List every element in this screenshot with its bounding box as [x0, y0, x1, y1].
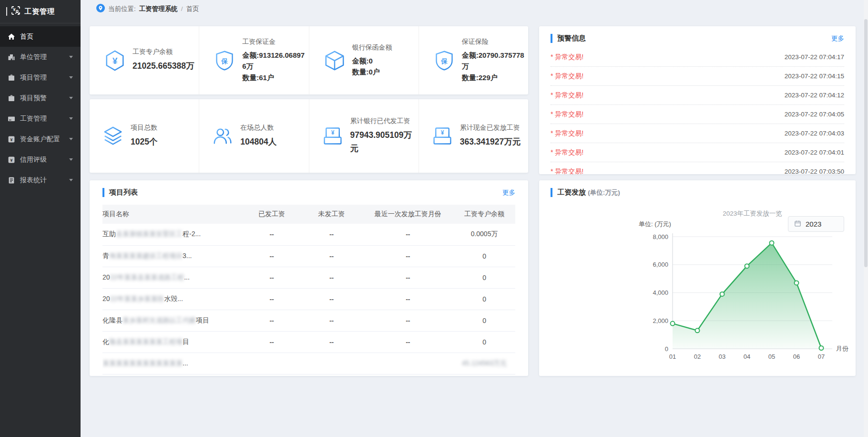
table-row: 互助县某某镇某某安置区工程-2...------0.0005万 — [102, 224, 515, 245]
app-logo[interactable]: ¥ 工资管理 — [0, 0, 81, 23]
table-cell: -- — [301, 224, 363, 245]
credit-card-icon — [8, 115, 15, 123]
table-cell: -- — [243, 288, 300, 310]
sidebar-item-home[interactable]: 首页 — [0, 26, 81, 47]
alert-item: * 异常交易!2023-07-22 07:04:03 — [551, 124, 844, 143]
table-row: 2022年某某乡某某段水毁...------0 — [102, 288, 515, 310]
briefcase-icon — [8, 94, 15, 102]
stat-card: 在场总人数104804人 — [199, 99, 308, 173]
alert-text-link[interactable]: * 异常交易! — [551, 148, 583, 157]
sidebar-item-unit-mgmt[interactable]: 单位管理 — [0, 47, 81, 67]
alert-text-link[interactable]: * 异常交易! — [551, 72, 583, 81]
table-row: 某某某某某某某某某某某某...45.124563万元 — [102, 353, 515, 374]
alert-text-link[interactable]: * 异常交易! — [551, 110, 583, 119]
alert-timestamp: 2023-07-22 07:04:12 — [785, 92, 844, 99]
stat-card-label: 工资保证金 — [242, 38, 308, 46]
y-tick-label: 6,000 — [653, 261, 668, 268]
stat-card-label: 累计银行已代发工资 — [350, 117, 419, 125]
table-cell: -- — [301, 310, 363, 331]
x-tick-label: 05 — [768, 353, 775, 360]
chart-point — [795, 281, 799, 285]
project-name-link[interactable]: 2022年某某乡某某段水毁... — [102, 288, 243, 310]
table-cell: -- — [363, 331, 454, 353]
redacted-text: 22年某某县某某道路工程 — [110, 273, 184, 281]
project-name-link[interactable]: 青海某某某某建设工程项目3... — [102, 245, 243, 267]
alert-timestamp: 2023-07-22 07:04:15 — [785, 73, 844, 80]
project-name-link[interactable]: 互助县某某镇某某安置区工程-2... — [102, 224, 243, 245]
vertical-scrollbar[interactable] — [864, 0, 868, 437]
logo-bar — [6, 7, 7, 16]
y-axis-name: 单位: (万元) — [639, 220, 671, 228]
sidebar-item-label: 工资管理 — [20, 114, 47, 123]
x-tick-label: 06 — [793, 353, 800, 360]
cube-icon — [324, 50, 346, 72]
balance-cell: 0 — [453, 288, 515, 310]
chart-box: 2023年工资发放一览单位: (万元)02,0004,0006,0008,000… — [632, 208, 851, 365]
chart-panel-subtitle: (单位:万元) — [588, 189, 620, 196]
chart-panel-title: 工资发放 (单位:万元) — [551, 188, 620, 197]
project-name-link[interactable]: 化隆县某某某某某某工程项目 — [102, 331, 243, 353]
column-header: 工资专户余额 — [453, 205, 515, 224]
alert-more-link[interactable]: 更多 — [831, 34, 844, 43]
project-name-link[interactable]: 化隆县某乡某村太道路以工代赈项目 — [102, 310, 243, 331]
stat-card-label: 保证保险 — [462, 38, 528, 46]
balance-cell: 45.124563万元 — [453, 353, 515, 374]
stat-card: 保保证保险金额:20790.375778万数量:229户 — [419, 26, 528, 94]
sidebar-item-project-mgmt[interactable]: 项目管理 — [0, 67, 81, 88]
chevron-down-icon — [69, 76, 73, 79]
yen-square-icon: ¥ — [8, 135, 15, 143]
alert-item: * 异常交易!2023-07-22 07:04:01 — [551, 143, 844, 162]
shield-bao-icon: 保 — [433, 50, 455, 72]
project-name-link[interactable]: 2022年某某县某某道路工程... — [102, 267, 243, 288]
alert-text-link[interactable]: * 异常交易! — [551, 129, 583, 138]
y-tick-label: 4,000 — [653, 289, 668, 296]
y-tick-label: 0 — [665, 345, 668, 353]
alert-item: * 异常交易!2023-07-22 07:04:12 — [551, 86, 844, 105]
alert-text-link[interactable]: * 异常交易! — [551, 167, 583, 175]
balance-cell: 0 — [453, 245, 515, 267]
sidebar-item-fund-account[interactable]: ¥资金账户配置 — [0, 129, 81, 149]
scrollbar-thumb[interactable] — [864, 19, 868, 267]
chart-point — [671, 322, 675, 326]
sidebar-item-credit-rating[interactable]: ¥信用评级 — [0, 149, 81, 170]
layers-icon — [102, 125, 124, 147]
chart-title: 2023年工资发放一览 — [723, 210, 782, 217]
table-row: 化隆县某乡某村太道路以工代赈项目------0 — [102, 310, 515, 331]
location-pin-icon — [96, 4, 105, 14]
table-cell: -- — [243, 310, 300, 331]
table-cell: -- — [301, 288, 363, 310]
table-cell: -- — [301, 331, 363, 353]
yen-hexagon-icon: ¥ — [104, 50, 126, 72]
stat-card-value: 数量:0户 — [352, 66, 392, 77]
sidebar-item-report-stats[interactable]: 报表统计 — [0, 170, 81, 190]
sidebar-item-label: 报表统计 — [20, 176, 47, 185]
x-tick-label: 03 — [719, 353, 725, 360]
table-cell: -- — [363, 288, 454, 310]
alert-timestamp: 2023-07-22 07:04:03 — [785, 130, 844, 137]
table-cell: -- — [363, 224, 454, 245]
chart-area — [673, 243, 821, 349]
svg-text:¥: ¥ — [440, 129, 444, 136]
project-name-link[interactable]: 某某某某某某某某某某某某... — [102, 353, 243, 374]
table-cell — [363, 353, 454, 374]
project-more-link[interactable]: 更多 — [502, 188, 515, 197]
yen-square-icon: ¥ — [8, 156, 15, 164]
stat-card: 银行保函金额金额:0数量:0户 — [309, 26, 419, 94]
chevron-down-icon — [69, 56, 73, 58]
sidebar-item-project-alert[interactable]: 项目预警 — [0, 88, 81, 108]
svg-text:保: 保 — [221, 57, 228, 64]
alert-timestamp: 2023-07-22 07:04:05 — [785, 111, 844, 118]
chevron-down-icon — [69, 97, 73, 99]
sidebar-item-salary-mgmt[interactable]: 工资管理 — [0, 108, 81, 129]
table-cell: -- — [363, 310, 454, 331]
column-header: 项目名称 — [102, 205, 243, 224]
stat-card-value: 104804人 — [240, 135, 276, 148]
alert-panel: 预警信息 更多 * 异常交易!2023-07-22 07:04:17* 异常交易… — [539, 26, 856, 174]
table-cell: -- — [301, 267, 363, 288]
stat-card-value: 97943.905109万元 — [350, 129, 419, 155]
chart-point — [695, 328, 700, 333]
alert-text-link[interactable]: * 异常交易! — [551, 53, 583, 62]
stat-card: ¥累计现金已发放工资363.341927万元 — [419, 99, 528, 173]
table-cell: -- — [301, 245, 363, 267]
alert-text-link[interactable]: * 异常交易! — [551, 91, 583, 100]
